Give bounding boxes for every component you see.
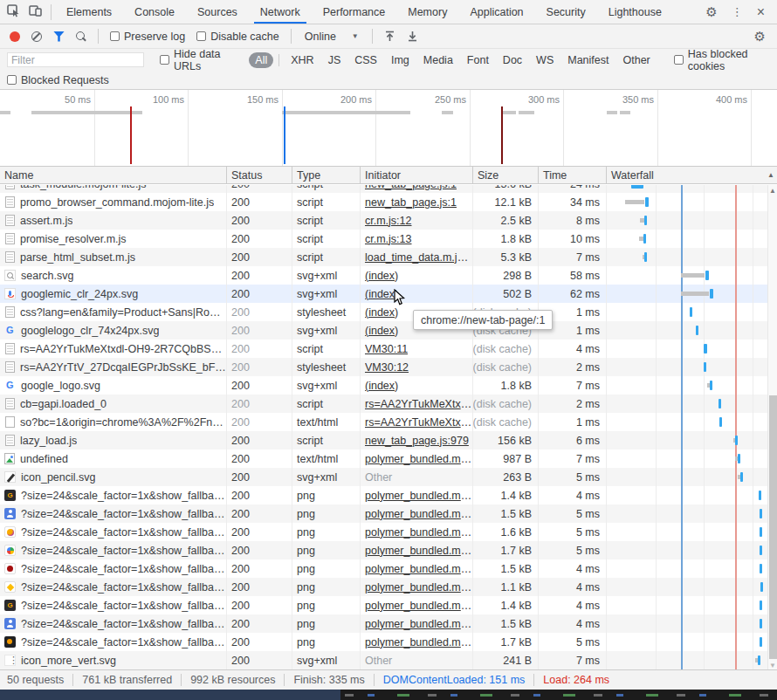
tab-elements[interactable]: Elements — [55, 0, 123, 24]
table-row[interactable]: assert.m.js200scriptcr.m.js:122.5 kB8 ms — [0, 211, 777, 230]
search-icon[interactable] — [76, 31, 86, 42]
table-scrollbar[interactable]: ▲ ▼ — [767, 185, 777, 669]
filter-type-xhr[interactable]: XHR — [285, 52, 320, 68]
initiator-link[interactable]: rs=AA2YrTukMeXtxd… — [365, 398, 472, 410]
column-header-type[interactable]: Type — [292, 167, 361, 183]
table-row[interactable]: parse_html_subset.m.js200scriptload_time… — [0, 248, 777, 266]
tab-memory[interactable]: Memory — [396, 0, 458, 24]
inspect-element-icon[interactable] — [7, 4, 20, 20]
initiator-link[interactable]: polymer_bundled.mi… — [365, 453, 472, 465]
table-row[interactable]: lazy_load.js200scriptnew_tab_page.js:979… — [0, 431, 777, 450]
initiator-link[interactable]: cr.m.js:13 — [365, 233, 412, 245]
filter-type-all[interactable]: All — [249, 52, 273, 68]
filter-type-ws[interactable]: WS — [530, 52, 560, 68]
table-row[interactable]: ?size=24&scale_factor=1x&show_fallback…2… — [0, 523, 777, 541]
hide-data-urls-checkbox[interactable]: Hide data URLs — [160, 48, 242, 72]
initiator-link[interactable]: polymer_bundled.mi… — [365, 636, 472, 649]
filter-type-js[interactable]: JS — [322, 52, 347, 68]
column-header-status[interactable]: Status — [227, 167, 292, 183]
table-row[interactable]: so?bc=1&origin=chrome%3A%2F%2Fnew-…200te… — [0, 413, 777, 431]
initiator-link[interactable]: new_tab_page.js:979 — [365, 435, 469, 447]
initiator-link[interactable]: polymer_bundled.mi… — [365, 545, 472, 557]
column-header-waterfall[interactable]: Waterfall▲ — [607, 167, 777, 183]
more-options-icon[interactable]: ⋮ — [732, 5, 743, 18]
table-row[interactable]: googlelogo_clr_74x24px.svg200svg+xml(ind… — [0, 321, 777, 340]
device-toolbar-icon[interactable] — [29, 4, 42, 19]
filter-type-manifest[interactable]: Manifest — [561, 52, 615, 68]
table-row[interactable]: rs=AA2YrTtV_27DcqaIEGPrJbSsKE_bF3l1…200s… — [0, 358, 777, 376]
column-header-initiator[interactable]: Initiator — [361, 167, 473, 183]
initiator-link[interactable]: (index) — [365, 380, 398, 392]
table-row[interactable]: google_logo.svg200svg+xml(index)1.8 kB7 … — [0, 376, 777, 395]
initiator-link[interactable]: polymer_bundled.mi… — [365, 618, 472, 630]
initiator-link[interactable]: polymer_bundled.mi… — [365, 600, 472, 612]
table-row[interactable]: ?size=24&scale_factor=1x&show_fallback…2… — [0, 614, 777, 633]
table-row[interactable]: promise_resolver.m.js200scriptcr.m.js:13… — [0, 230, 777, 248]
table-row[interactable]: ?size=24&scale_factor=1x&show_fallback…2… — [0, 541, 777, 559]
initiator-link[interactable]: rs=AA2YrTukMeXtxd… — [365, 416, 472, 429]
blocked-requests-checkbox[interactable]: Blocked Requests — [7, 74, 109, 86]
column-header-size[interactable]: Size — [473, 167, 539, 183]
initiator-link[interactable]: cr.m.js:12 — [365, 215, 412, 227]
table-row[interactable]: ?size=24&scale_factor=1x&show_fallback…2… — [0, 486, 777, 504]
tab-application[interactable]: Application — [458, 0, 534, 24]
table-row[interactable]: ?size=24&scale_factor=1x&show_fallback…2… — [0, 633, 777, 651]
table-row[interactable]: ?size=24&scale_factor=1x&show_fallback…2… — [0, 596, 777, 614]
table-row[interactable]: googlemic_clr_24px.svg200svg+xml(index)5… — [0, 285, 777, 303]
column-header-time[interactable]: Time — [539, 167, 607, 183]
initiator-link[interactable]: new_tab_page.js:1 — [365, 196, 457, 209]
record-network-log-icon[interactable] — [10, 31, 20, 42]
disable-cache-checkbox[interactable]: Disable cache — [196, 31, 279, 43]
column-header-name[interactable]: Name — [0, 167, 227, 183]
table-row[interactable]: cb=gapi.loaded_0200scriptrs=AA2YrTukMeXt… — [0, 395, 777, 413]
initiator-link[interactable]: polymer_bundled.mi… — [365, 581, 472, 594]
clear-network-log-icon[interactable] — [31, 31, 42, 42]
tab-sources[interactable]: Sources — [186, 0, 249, 24]
tab-performance[interactable]: Performance — [312, 0, 397, 24]
filter-type-media[interactable]: Media — [417, 52, 459, 68]
initiator-link[interactable]: (index) — [365, 325, 398, 337]
initiator-link[interactable]: polymer_bundled.mi… — [365, 508, 472, 520]
table-row[interactable]: ?size=24&scale_factor=1x&show_fallback…2… — [0, 578, 777, 596]
table-row[interactable]: task_module.mojom-lite.js200scriptnew_ta… — [0, 185, 777, 193]
filter-type-font[interactable]: Font — [461, 52, 495, 68]
initiator-link[interactable]: VM30:11 — [365, 343, 408, 355]
filter-type-img[interactable]: Img — [385, 52, 416, 68]
table-row[interactable]: css?lang=en&family=Product+Sans|Robo…200… — [0, 303, 777, 321]
initiator-link[interactable]: polymer_bundled.mi… — [365, 490, 472, 502]
initiator-link[interactable]: VM30:12 — [365, 361, 409, 374]
tab-security[interactable]: Security — [535, 0, 597, 24]
table-row[interactable]: ?size=24&scale_factor=1x&show_fallback…2… — [0, 504, 777, 523]
table-row[interactable]: search.svg200svg+xml(index)298 B58 ms — [0, 266, 777, 285]
table-row[interactable]: ?size=24&scale_factor=1x&show_fallback…2… — [0, 559, 777, 578]
initiator-link[interactable]: (index) — [365, 270, 398, 282]
filter-type-css[interactable]: CSS — [348, 52, 383, 68]
export-har-icon[interactable] — [407, 31, 418, 42]
throttling-dropdown[interactable]: Online▼ — [303, 31, 361, 43]
has-blocked-cookies-checkbox[interactable]: Has blocked cookies — [674, 48, 777, 72]
filter-type-doc[interactable]: Doc — [497, 52, 528, 68]
initiator-link[interactable]: load_time_data.m.js:… — [365, 251, 472, 264]
table-row[interactable]: icon_more_vert.svg200svg+xmlOther241 B7 … — [0, 651, 777, 669]
network-overview-timeline[interactable]: 50 ms100 ms150 ms200 ms250 ms300 ms350 m… — [0, 90, 777, 166]
network-settings-gear-icon[interactable]: ⚙ — [754, 29, 777, 45]
import-har-icon[interactable] — [384, 31, 395, 42]
filter-icon[interactable] — [53, 31, 65, 42]
initiator-link[interactable]: polymer_bundled.mi… — [365, 526, 472, 539]
close-devtools-icon[interactable]: × — [757, 4, 765, 20]
initiator-link[interactable]: polymer_bundled.mi… — [365, 563, 472, 575]
scrollbar-thumb[interactable] — [769, 395, 777, 659]
scrollbar-up-arrow-icon[interactable]: ▲ — [768, 187, 777, 195]
tab-network[interactable]: Network — [249, 0, 312, 24]
settings-gear-icon[interactable]: ⚙ — [705, 4, 717, 20]
tab-lighthouse[interactable]: Lighthouse — [597, 0, 673, 24]
filter-type-other[interactable]: Other — [616, 52, 656, 68]
scrollbar-down-arrow-icon[interactable]: ▼ — [768, 662, 777, 669]
table-row[interactable]: rs=AA2YrTukMeXtxdl-OH9-2R7CQbBSwE…200scr… — [0, 340, 777, 358]
table-row[interactable]: promo_browser_command.mojom-lite.js200sc… — [0, 193, 777, 211]
preserve-log-checkbox[interactable]: Preserve log — [110, 31, 185, 43]
filter-input[interactable] — [7, 52, 144, 67]
table-row[interactable]: undefined200text/htmlpolymer_bundled.mi…… — [0, 450, 777, 468]
table-row[interactable]: icon_pencil.svg200svg+xmlOther263 B5 ms — [0, 468, 777, 486]
tab-console[interactable]: Console — [123, 0, 186, 24]
